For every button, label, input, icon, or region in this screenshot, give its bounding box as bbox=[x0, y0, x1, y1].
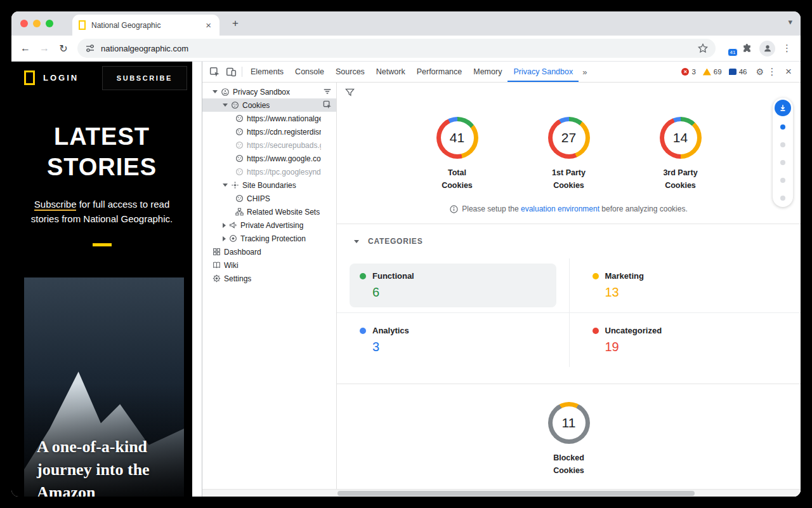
extensions-puzzle-icon[interactable] bbox=[742, 43, 752, 54]
cookie-icon bbox=[235, 168, 244, 176]
bookmark-star-icon[interactable] bbox=[698, 43, 708, 53]
inspect-element-icon[interactable] bbox=[206, 64, 223, 80]
cookie-extension-icon[interactable]: 41 bbox=[722, 42, 735, 55]
forward-button[interactable]: → bbox=[36, 39, 53, 57]
tree-item-url[interactable]: https://tpc.googlesyndic bbox=[202, 165, 336, 178]
tree-item-tracking-protection[interactable]: Tracking Protection bbox=[202, 232, 336, 245]
section-dot-active[interactable] bbox=[780, 124, 785, 130]
tree-item-dashboard[interactable]: Dashboard bbox=[202, 245, 336, 258]
scrollbar-thumb[interactable] bbox=[337, 491, 695, 496]
section-dot[interactable] bbox=[780, 196, 785, 201]
tree-item-settings[interactable]: Settings bbox=[202, 272, 336, 285]
category-uncategorized[interactable]: Uncategorized 19 bbox=[569, 313, 801, 367]
profile-avatar[interactable] bbox=[759, 41, 775, 57]
new-tab-button[interactable]: + bbox=[228, 17, 242, 30]
section-divider bbox=[337, 384, 801, 384]
tree-item-related-website-sets[interactable]: Related Website Sets bbox=[202, 205, 336, 218]
console-badges: × 3 69 46 bbox=[681, 68, 747, 76]
tab-performance[interactable]: Performance bbox=[411, 62, 468, 82]
expand-arrow-icon[interactable] bbox=[213, 90, 218, 93]
section-dot[interactable] bbox=[780, 142, 785, 147]
zoom-window-button[interactable] bbox=[46, 20, 53, 27]
download-report-button[interactable] bbox=[775, 100, 791, 116]
tab-strip: National Geographic × + ▾ bbox=[11, 11, 801, 36]
divider-dash bbox=[93, 243, 112, 246]
tree-item-cookies[interactable]: Cookies bbox=[202, 98, 336, 112]
tracking-protection-icon bbox=[229, 234, 237, 243]
setup-info-text: Please setup the evaluation environment … bbox=[462, 204, 688, 213]
tab-memory[interactable]: Memory bbox=[468, 62, 508, 82]
cookie-summary-donuts: 41 Total Cookies 27 bbox=[337, 117, 801, 192]
warnings-badge[interactable]: 69 bbox=[703, 68, 722, 76]
subscribe-button[interactable]: SUBSCRIBE bbox=[102, 66, 187, 90]
errors-badge[interactable]: × 3 bbox=[681, 68, 695, 76]
section-dot[interactable] bbox=[780, 178, 785, 183]
toolbar-actions: 41 ⋮ bbox=[722, 41, 792, 57]
browser-menu-icon[interactable]: ⋮ bbox=[782, 43, 792, 54]
tree-item-url[interactable]: https://www.nationalgeo bbox=[202, 112, 336, 125]
info-icon bbox=[450, 205, 458, 213]
expand-arrow-icon[interactable] bbox=[223, 184, 228, 187]
issues-badge[interactable]: 46 bbox=[729, 68, 747, 76]
cookie-icon bbox=[235, 114, 244, 123]
first-party-cookies-value: 27 bbox=[561, 130, 576, 145]
advertising-icon bbox=[229, 221, 237, 229]
tree-item-url[interactable]: https://cdn.registerdisne bbox=[202, 125, 336, 138]
tab-privacy-sandbox[interactable]: Privacy Sandbox bbox=[508, 62, 579, 82]
tree-item-private-advertising[interactable]: Private Advertising bbox=[202, 218, 336, 232]
tree-item-url[interactable]: https://securepubads.g. bbox=[202, 138, 336, 152]
tree-item-chips[interactable]: CHIPS bbox=[202, 192, 336, 205]
filter-list-icon[interactable] bbox=[323, 87, 332, 96]
collapsed-arrow-icon[interactable] bbox=[223, 223, 226, 228]
categories-collapse-icon[interactable] bbox=[354, 240, 359, 243]
setup-info-banner: Please setup the evaluation environment … bbox=[337, 204, 801, 213]
tab-network[interactable]: Network bbox=[370, 62, 411, 82]
tab-search-chevron-icon[interactable]: ▾ bbox=[788, 17, 792, 27]
section-dot[interactable] bbox=[780, 160, 785, 165]
horizontal-scrollbar[interactable] bbox=[202, 489, 801, 497]
devtools-settings-gear-icon[interactable]: ⚙ bbox=[756, 67, 764, 77]
settings-gear-icon bbox=[213, 274, 221, 283]
warning-icon bbox=[703, 69, 711, 76]
subscribe-link[interactable]: Subscribe bbox=[34, 199, 77, 211]
tree-item-privacy-sandbox[interactable]: Privacy Sandbox bbox=[202, 85, 336, 98]
issues-icon bbox=[729, 69, 737, 75]
devtools-menu-icon[interactable]: ⋮ bbox=[764, 64, 780, 80]
site-info-icon[interactable] bbox=[85, 43, 95, 53]
login-button[interactable]: LOGIN bbox=[43, 73, 79, 83]
evaluation-environment-link[interactable]: evaluation environment bbox=[521, 204, 599, 213]
reload-button[interactable]: ↻ bbox=[55, 39, 72, 57]
functional-count: 6 bbox=[372, 285, 546, 300]
chips-cookie-icon bbox=[235, 194, 244, 203]
tab-console[interactable]: Console bbox=[289, 62, 330, 82]
tree-item-wiki[interactable]: Wiki bbox=[202, 258, 336, 272]
third-party-cookies-stat: 14 3rd Party Cookies bbox=[643, 117, 718, 192]
tab-close-icon[interactable]: × bbox=[204, 20, 213, 30]
minimize-window-button[interactable] bbox=[33, 20, 41, 27]
category-functional[interactable]: Functional 6 bbox=[337, 258, 569, 313]
expand-arrow-icon[interactable] bbox=[223, 104, 228, 107]
devtools-close-icon[interactable]: × bbox=[780, 64, 797, 80]
collapsed-arrow-icon[interactable] bbox=[223, 236, 226, 241]
tree-item-site-boundaries[interactable]: Site Boundaries bbox=[202, 178, 336, 192]
categories-section-header[interactable]: CATEGORIES bbox=[337, 224, 801, 258]
url-bar[interactable]: nationalgeographic.com bbox=[77, 39, 716, 58]
tab-elements[interactable]: Elements bbox=[245, 62, 289, 82]
browser-tab[interactable]: National Geographic × bbox=[72, 15, 219, 36]
category-analytics[interactable]: Analytics 3 bbox=[337, 313, 569, 367]
page-scrollbar[interactable] bbox=[192, 62, 202, 497]
back-button[interactable]: ← bbox=[16, 39, 34, 57]
tab-sources[interactable]: Sources bbox=[330, 62, 370, 82]
close-window-button[interactable] bbox=[20, 20, 28, 27]
inspect-cursor-icon[interactable] bbox=[323, 100, 332, 109]
filter-funnel-icon[interactable] bbox=[345, 88, 355, 97]
device-toolbar-icon[interactable] bbox=[223, 64, 239, 80]
blocked-cookies-stat: 11 Blocked Cookies bbox=[532, 402, 606, 477]
tree-item-url[interactable]: https://www.google.com bbox=[202, 152, 336, 165]
category-marketing[interactable]: Marketing 13 bbox=[569, 258, 801, 313]
url-text[interactable]: nationalgeographic.com bbox=[101, 44, 692, 53]
story-title[interactable]: A one-of-a-kind journey into the Amazon bbox=[37, 436, 150, 497]
natgeo-logo-icon[interactable] bbox=[24, 70, 35, 85]
more-tabs-icon[interactable]: » bbox=[579, 67, 591, 77]
browser-window: National Geographic × + ▾ ← → ↻ national… bbox=[11, 11, 801, 497]
